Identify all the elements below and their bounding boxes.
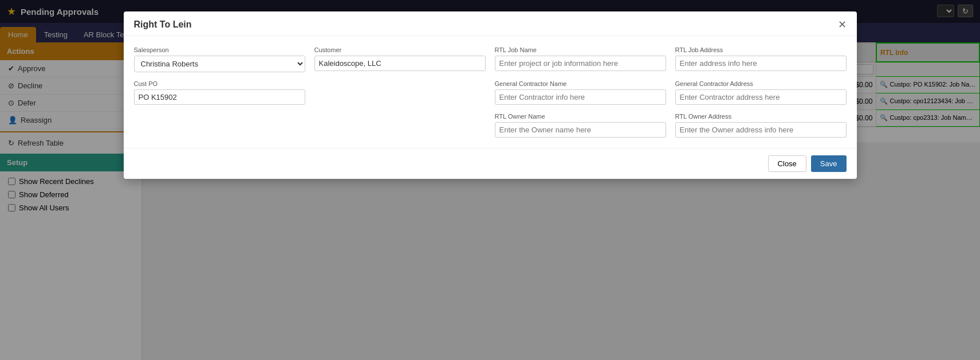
- rtl-job-name-label: RTL Job Name: [495, 46, 666, 53]
- modal-body: Salesperson Christina Roberts Customer R…: [124, 36, 857, 148]
- owner-name-group: RTL Owner Name: [495, 113, 666, 138]
- rtl-job-name-group: RTL Job Name: [495, 46, 666, 71]
- modal-save-btn[interactable]: Save: [811, 155, 847, 172]
- gc-address-group: General Contractor Address: [675, 80, 847, 105]
- salesperson-label: Salesperson: [134, 46, 305, 53]
- owner-address-label: RTL Owner Address: [675, 113, 847, 120]
- cust-po-input[interactable]: [134, 89, 305, 105]
- salesperson-group: Salesperson Christina Roberts: [134, 46, 305, 72]
- owner-name-input[interactable]: [495, 122, 666, 138]
- gc-name-group: General Contractor Name: [495, 80, 666, 105]
- customer-group: Customer: [314, 46, 486, 71]
- owner-name-label: RTL Owner Name: [495, 113, 666, 120]
- gc-address-input[interactable]: [675, 89, 847, 105]
- modal-overlay: Right To Lein ✕ Salesperson Christina Ro…: [0, 0, 980, 360]
- modal-close-btn[interactable]: Close: [768, 155, 806, 172]
- owner-address-group: RTL Owner Address: [675, 113, 847, 138]
- owner-address-input[interactable]: [675, 122, 847, 138]
- modal-footer: Close Save: [124, 148, 857, 179]
- rtl-job-name-input[interactable]: [495, 56, 666, 71]
- customer-input[interactable]: [314, 56, 486, 71]
- gc-address-label: General Contractor Address: [675, 80, 847, 87]
- modal-close-button[interactable]: ✕: [838, 19, 847, 30]
- rtl-job-address-input[interactable]: [675, 56, 847, 71]
- modal-title: Right To Lein: [134, 19, 192, 30]
- rtl-job-address-label: RTL Job Address: [675, 46, 847, 53]
- rtl-modal: Right To Lein ✕ Salesperson Christina Ro…: [124, 11, 857, 179]
- rtl-job-address-group: RTL Job Address: [675, 46, 847, 71]
- modal-header: Right To Lein ✕: [124, 11, 857, 36]
- cust-po-group: Cust PO: [134, 80, 305, 105]
- salesperson-select[interactable]: Christina Roberts: [134, 56, 305, 72]
- modal-form: Salesperson Christina Roberts Customer R…: [134, 46, 847, 138]
- cust-po-label: Cust PO: [134, 80, 305, 87]
- gc-name-input[interactable]: [495, 89, 666, 105]
- customer-label: Customer: [314, 46, 486, 53]
- gc-name-label: General Contractor Name: [495, 80, 666, 87]
